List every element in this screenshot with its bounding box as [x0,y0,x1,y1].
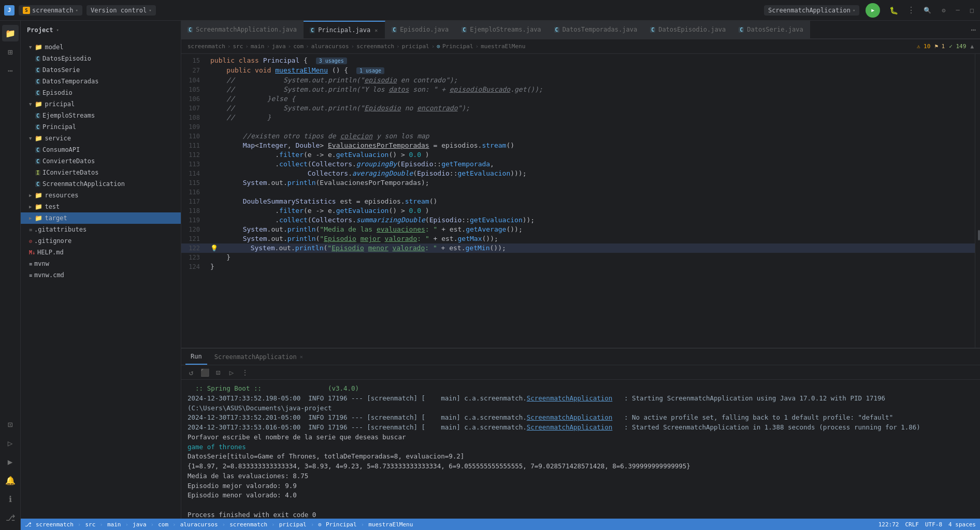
more-tool-icon[interactable]: ⋮ [239,367,251,378]
status-git-icon[interactable]: ⎇ [25,521,32,528]
activity-run2[interactable]: ▶ [2,453,19,470]
icon-iconvierteDatos: I [35,170,40,176]
sidebar-item-datosTemporadas[interactable]: C DatosTemporadas [21,76,181,87]
tab-datosepisodio[interactable]: C DatosEpisodio.java [644,21,732,38]
sidebar-item-gitignore[interactable]: ⊘ .gitignore [21,235,181,247]
run-button[interactable] [866,3,880,18]
status-screenmatch2[interactable]: screenmatch [229,521,267,528]
code-line-115: 115 System.out.println(EvaluacionesPorTe… [181,178,975,188]
code-editor[interactable]: 15 public class Principal { 3 usages 27 … [181,54,975,348]
tab-close-principal[interactable]: ✕ [373,27,379,34]
code-line-122: 122 💡 System.out.println("Episodio menor… [181,243,975,253]
tab-episodio[interactable]: C Episodio.java [385,21,455,38]
status-crlf[interactable]: CRLF [905,521,919,528]
editor-scrollbar[interactable] [975,54,980,348]
sidebar-item-helpmd[interactable]: M↓ HELP.md [21,247,181,258]
vc-badge[interactable]: Version control ▾ [87,5,156,16]
sidebar-item-gitattributes[interactable]: ≡ .gitattributes [21,224,181,235]
panel-tab-close-icon[interactable]: ✕ [300,354,303,360]
tab-datosserie[interactable]: C DatosSerie.java [732,21,810,38]
sidebar-title: Project [27,26,53,34]
tab-overflow-icon[interactable]: ⋯ [967,25,980,35]
project-badge[interactable]: S screenmatch ▾ [19,5,82,16]
code-line-124: 124 } [181,262,975,271]
sidebar-item-convierteDatos[interactable]: C ConvierteDatos [21,155,181,167]
sidebar-item-mvnw[interactable]: ≡ mvnw [21,258,181,269]
bc-com: com [293,43,304,50]
warning-count[interactable]: ⚠ 10 [917,43,931,50]
status-pricipal[interactable]: pricipal [279,521,307,528]
sidebar-item-test[interactable]: ▶ 📁 test [21,201,181,212]
tab-principal[interactable]: C Principal.java ✕ [304,21,385,38]
debug-button[interactable]: 🐛 [886,3,901,18]
pause-button[interactable]: ⊡ [212,367,224,378]
activity-plugins[interactable]: ⋯ [2,62,19,79]
sidebar-item-principal[interactable]: C Principal [21,121,181,133]
status-java[interactable]: java [133,521,147,528]
tab-ejemplostreams[interactable]: C EjemploStreams.java [455,21,547,38]
sidebar-item-mvnwcmd[interactable]: ≡ mvnw.cmd [21,269,181,281]
status-encoding[interactable]: UTF-8 [925,521,942,528]
status-com[interactable]: com [158,521,168,528]
tab-datostemporadas[interactable]: C DatosTemporadas.java [548,21,644,38]
sidebar-item-target[interactable]: ▶ 📁 target [21,212,181,224]
activity-notifications[interactable]: 🔔 [2,472,19,489]
rerun-button[interactable]: ↺ [185,367,197,378]
code-line-106: 106 // }else { [181,94,975,104]
icon-datoSepisodio: C [35,56,40,62]
sidebar-item-pricipal[interactable]: ▼ 📁 pricipal [21,98,181,110]
sidebar-item-model[interactable]: ▼ 📁 model [21,41,181,53]
sidebar-item-episodio[interactable]: C Episodio [21,87,181,98]
label-ejemploStreams: EjemploStreams [42,112,95,119]
activity-play[interactable]: ▷ [2,435,19,451]
more-options-icon[interactable]: ⋮ [907,5,915,15]
panel-content[interactable]: :: Spring Boot :: (v3.4.0) 2024-12-30T17… [181,380,980,519]
status-principal[interactable]: Principal [326,521,357,528]
run-config-label: ScreenmatchApplication [768,7,851,14]
sidebar-header[interactable]: Project ▾ [21,21,181,39]
status-project[interactable]: screenmatch [36,521,74,528]
sidebar-item-service[interactable]: ▼ 📁 service [21,133,181,144]
activity-search[interactable]: ⊞ [2,44,19,60]
ok-count[interactable]: ✓ 149 [949,43,966,50]
status-method[interactable]: muestraElMenu [368,521,413,528]
run-config-badge[interactable]: ScreenmatchApplication ▾ [764,5,859,16]
console-line-info3: 2024-12-30T17:33:53.016-05:00 INFO 17196… [188,423,974,433]
panel-tab-run[interactable]: Run [185,349,207,365]
resume-button[interactable]: ▷ [226,367,237,378]
status-line-col[interactable]: 122:72 [878,521,899,528]
icon-datosSerie: C [35,67,40,73]
icon-principal: C [35,124,40,130]
sidebar-item-screenmatchApp[interactable]: C ScreenmatchApplication [21,178,181,190]
bc-src: src [233,43,243,50]
sidebar-item-consumoAPI[interactable]: C ConsumoAPI [21,144,181,155]
settings-button[interactable]: ⚙ [940,5,947,16]
tab-screenmatchApplication[interactable]: C ScreenmatchApplication.java [181,21,304,38]
stop-button[interactable]: ⬛ [199,367,210,378]
project-label: screenmatch [32,7,73,14]
sidebar-item-datosSerie[interactable]: C DatosSerie [21,64,181,76]
code-line-114: 114 Collectors.averagingDouble(Episodio:… [181,169,975,178]
error-count[interactable]: ⚑ 1 [934,43,945,50]
maximize-button[interactable]: □ [968,5,976,16]
activity-git[interactable]: ⎇ [2,509,19,526]
status-bar: ⎇ screenmatch › src › main › java › com … [21,519,980,530]
status-spaces[interactable]: 4 spaces [948,521,976,528]
status-main[interactable]: main [107,521,121,528]
search-button[interactable]: 🔍 [921,5,933,16]
status-aluracursos[interactable]: aluracursos [180,521,218,528]
status-src[interactable]: src [85,521,95,528]
minimize-button[interactable]: ─ [954,5,962,16]
sidebar-item-resources[interactable]: ▶ 📁 resources [21,190,181,201]
expand-warnings-icon[interactable]: ▲ [970,43,974,50]
panel-tab-screenmatch-config[interactable]: ScreenmatchApplication ✕ [209,349,308,365]
tab-label-ejemplostreams: EjemploStreams.java [470,26,541,33]
bc-screenmatch2: screenmatch [356,43,394,50]
sidebar-item-ejemploStreams[interactable]: C EjemploStreams [21,110,181,121]
sidebar-item-datoSepisodio[interactable]: C DatosEpisodio [21,53,181,64]
activity-files[interactable]: 📁 [2,25,19,41]
activity-terminal[interactable]: ⊡ [2,416,19,433]
scroll-thumb[interactable] [978,230,980,240]
sidebar-item-iconvierteDatos[interactable]: I IConvierteDatos [21,167,181,178]
activity-info[interactable]: ℹ [2,491,19,507]
